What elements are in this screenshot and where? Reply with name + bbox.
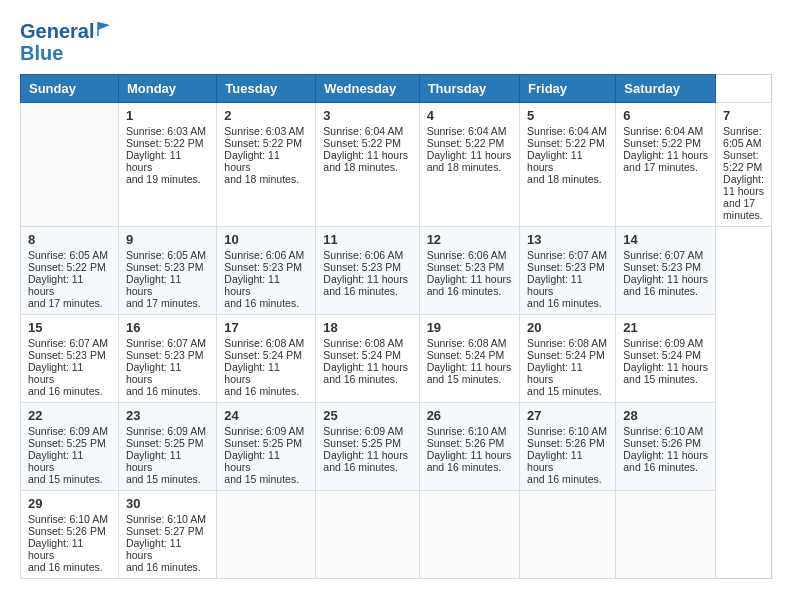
calendar-week-row: 1 Sunrise: 6:03 AM Sunset: 5:22 PM Dayli… — [21, 103, 772, 227]
sunrise-label: Sunrise: 6:08 AM — [527, 337, 607, 349]
day-number: 21 — [623, 320, 708, 335]
daylight-minutes: and 18 minutes. — [323, 161, 398, 173]
daylight-minutes: and 16 minutes. — [126, 561, 201, 573]
daylight-minutes: and 15 minutes. — [126, 473, 201, 485]
dow-header-friday: Friday — [520, 75, 616, 103]
day-number: 19 — [427, 320, 512, 335]
daylight-label: Daylight: 11 hours — [623, 449, 708, 461]
daylight-minutes: and 16 minutes. — [224, 385, 299, 397]
day-number: 20 — [527, 320, 608, 335]
sunrise-label: Sunrise: 6:08 AM — [427, 337, 507, 349]
daylight-label: Daylight: 11 hours — [126, 273, 181, 297]
daylight-minutes: and 16 minutes. — [126, 385, 201, 397]
sunset-label: Sunset: 5:26 PM — [623, 437, 701, 449]
sunset-label: Sunset: 5:22 PM — [323, 137, 401, 149]
daylight-label: Daylight: 11 hours — [224, 273, 279, 297]
sunrise-label: Sunrise: 6:09 AM — [224, 425, 304, 437]
daylight-label: Daylight: 11 hours — [723, 173, 764, 197]
day-number: 11 — [323, 232, 411, 247]
daylight-minutes: and 15 minutes. — [427, 373, 502, 385]
sunset-label: Sunset: 5:24 PM — [427, 349, 505, 361]
daylight-label: Daylight: 11 hours — [224, 361, 279, 385]
calendar-cell: 25 Sunrise: 6:09 AM Sunset: 5:25 PM Dayl… — [316, 403, 419, 491]
sunrise-label: Sunrise: 6:09 AM — [623, 337, 703, 349]
day-number: 29 — [28, 496, 111, 511]
sunset-label: Sunset: 5:23 PM — [527, 261, 605, 273]
calendar-cell: 26 Sunrise: 6:10 AM Sunset: 5:26 PM Dayl… — [419, 403, 519, 491]
calendar-cell: 15 Sunrise: 6:07 AM Sunset: 5:23 PM Dayl… — [21, 315, 119, 403]
sunrise-label: Sunrise: 6:10 AM — [28, 513, 108, 525]
calendar-cell: 3 Sunrise: 6:04 AM Sunset: 5:22 PM Dayli… — [316, 103, 419, 227]
calendar-cell: 18 Sunrise: 6:08 AM Sunset: 5:24 PM Dayl… — [316, 315, 419, 403]
day-number: 24 — [224, 408, 308, 423]
day-number: 10 — [224, 232, 308, 247]
sunset-label: Sunset: 5:24 PM — [224, 349, 302, 361]
sunrise-label: Sunrise: 6:08 AM — [323, 337, 403, 349]
daylight-minutes: and 16 minutes. — [28, 385, 103, 397]
day-number: 26 — [427, 408, 512, 423]
daylight-minutes: and 16 minutes. — [323, 373, 398, 385]
daylight-minutes: and 17 minutes. — [126, 297, 201, 309]
sunset-label: Sunset: 5:26 PM — [427, 437, 505, 449]
sunset-label: Sunset: 5:24 PM — [527, 349, 605, 361]
calendar-cell: 19 Sunrise: 6:08 AM Sunset: 5:24 PM Dayl… — [419, 315, 519, 403]
calendar-cell — [21, 103, 119, 227]
daylight-minutes: and 17 minutes. — [623, 161, 698, 173]
daylight-minutes: and 18 minutes. — [527, 173, 602, 185]
day-number: 17 — [224, 320, 308, 335]
daylight-label: Daylight: 11 hours — [527, 273, 582, 297]
daylight-label: Daylight: 11 hours — [527, 449, 582, 473]
calendar-cell — [616, 491, 716, 579]
logo-blue: Blue — [20, 42, 63, 64]
calendar-cell: 4 Sunrise: 6:04 AM Sunset: 5:22 PM Dayli… — [419, 103, 519, 227]
calendar-cell: 21 Sunrise: 6:09 AM Sunset: 5:24 PM Dayl… — [616, 315, 716, 403]
page-header: General Blue — [20, 20, 772, 64]
sunrise-label: Sunrise: 6:09 AM — [28, 425, 108, 437]
daylight-minutes: and 16 minutes. — [623, 285, 698, 297]
daylight-label: Daylight: 11 hours — [224, 149, 279, 173]
sunset-label: Sunset: 5:23 PM — [126, 261, 204, 273]
daylight-minutes: and 16 minutes. — [427, 461, 502, 473]
calendar-cell: 2 Sunrise: 6:03 AM Sunset: 5:22 PM Dayli… — [217, 103, 316, 227]
sunset-label: Sunset: 5:22 PM — [427, 137, 505, 149]
daylight-minutes: and 18 minutes. — [224, 173, 299, 185]
calendar-week-row: 29 Sunrise: 6:10 AM Sunset: 5:26 PM Dayl… — [21, 491, 772, 579]
calendar-week-row: 15 Sunrise: 6:07 AM Sunset: 5:23 PM Dayl… — [21, 315, 772, 403]
sunrise-label: Sunrise: 6:08 AM — [224, 337, 304, 349]
sunrise-label: Sunrise: 6:06 AM — [224, 249, 304, 261]
logo-general: General — [20, 20, 94, 42]
calendar-week-row: 22 Sunrise: 6:09 AM Sunset: 5:25 PM Dayl… — [21, 403, 772, 491]
sunrise-label: Sunrise: 6:04 AM — [427, 125, 507, 137]
daylight-label: Daylight: 11 hours — [28, 537, 83, 561]
calendar-cell: 29 Sunrise: 6:10 AM Sunset: 5:26 PM Dayl… — [21, 491, 119, 579]
dow-header-tuesday: Tuesday — [217, 75, 316, 103]
daylight-minutes: and 15 minutes. — [224, 473, 299, 485]
daylight-label: Daylight: 11 hours — [623, 273, 708, 285]
sunrise-label: Sunrise: 6:03 AM — [126, 125, 206, 137]
daylight-label: Daylight: 11 hours — [323, 361, 408, 373]
sunset-label: Sunset: 5:27 PM — [126, 525, 204, 537]
day-number: 7 — [723, 108, 764, 123]
daylight-label: Daylight: 11 hours — [126, 149, 181, 173]
day-number: 30 — [126, 496, 209, 511]
calendar-cell: 13 Sunrise: 6:07 AM Sunset: 5:23 PM Dayl… — [520, 227, 616, 315]
day-number: 8 — [28, 232, 111, 247]
day-number: 18 — [323, 320, 411, 335]
sunrise-label: Sunrise: 6:10 AM — [427, 425, 507, 437]
daylight-label: Daylight: 11 hours — [28, 449, 83, 473]
sunset-label: Sunset: 5:23 PM — [126, 349, 204, 361]
daylight-minutes: and 19 minutes. — [126, 173, 201, 185]
sunset-label: Sunset: 5:23 PM — [323, 261, 401, 273]
calendar-cell: 10 Sunrise: 6:06 AM Sunset: 5:23 PM Dayl… — [217, 227, 316, 315]
day-number: 15 — [28, 320, 111, 335]
calendar-cell: 9 Sunrise: 6:05 AM Sunset: 5:23 PM Dayli… — [118, 227, 216, 315]
sunrise-label: Sunrise: 6:06 AM — [323, 249, 403, 261]
sunset-label: Sunset: 5:25 PM — [126, 437, 204, 449]
sunrise-label: Sunrise: 6:07 AM — [28, 337, 108, 349]
day-number: 22 — [28, 408, 111, 423]
daylight-minutes: and 16 minutes. — [323, 285, 398, 297]
calendar-cell: 16 Sunrise: 6:07 AM Sunset: 5:23 PM Dayl… — [118, 315, 216, 403]
sunset-label: Sunset: 5:23 PM — [28, 349, 106, 361]
daylight-label: Daylight: 11 hours — [323, 273, 408, 285]
sunrise-label: Sunrise: 6:03 AM — [224, 125, 304, 137]
